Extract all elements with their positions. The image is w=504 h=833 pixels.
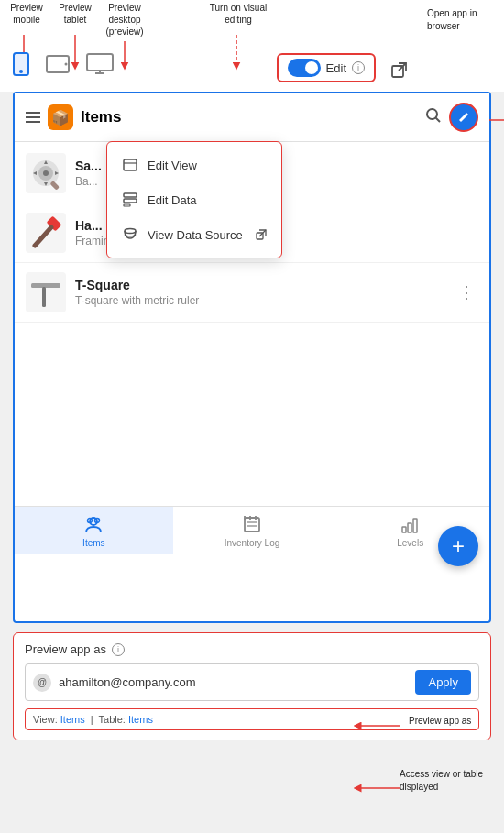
- preview-app-as-info-icon[interactable]: i: [112, 643, 125, 656]
- preview-tablet-annotation: Preview tablet: [55, 2, 95, 26]
- tsquare-more-btn[interactable]: ⋮: [455, 279, 478, 306]
- svg-line-30: [35, 227, 51, 246]
- edit-view-label: Edit View: [148, 159, 197, 172]
- svg-rect-44: [413, 519, 417, 532]
- preview-tablet-btn[interactable]: [46, 55, 70, 76]
- svg-rect-21: [124, 204, 130, 206]
- app-icon: 📦: [48, 104, 73, 130]
- nav-levels-label: Levels: [397, 538, 423, 548]
- tsquare-image: [26, 272, 66, 312]
- preview-mobile-btn[interactable]: [13, 52, 29, 79]
- tsquare-name: T-Square: [75, 278, 445, 292]
- edit-view-icon: [122, 157, 138, 173]
- svg-rect-36: [245, 518, 259, 532]
- svg-rect-43: [408, 523, 411, 532]
- preview-app-as-right-annotation: Preview app as: [409, 715, 500, 728]
- edit-data-label: Edit Data: [148, 193, 196, 207]
- open-browser-annotation: Open app in browser: [427, 7, 500, 33]
- edit-label: Edit: [326, 61, 346, 75]
- svg-point-5: [19, 70, 23, 73]
- saw-image: [26, 153, 66, 193]
- svg-rect-19: [124, 193, 137, 197]
- nav-inventory-icon: [242, 514, 262, 534]
- view-label: View:: [33, 714, 60, 725]
- view-value[interactable]: Items: [60, 714, 85, 725]
- context-menu: Edit View Edit Data: [106, 141, 282, 258]
- app-title: Items: [81, 108, 418, 126]
- nav-inventory-label: Inventory Log: [225, 538, 280, 548]
- preview-desktop-annotation: Preview desktop (preview): [101, 2, 148, 38]
- separator: |: [88, 714, 99, 725]
- svg-line-12: [399, 63, 406, 71]
- preview-app-as-label: Preview app as: [25, 642, 106, 656]
- turn-on-visual-editing-annotation: Turn on visual editing: [202, 2, 275, 26]
- preview-desktop-btn[interactable]: [86, 53, 114, 78]
- open-browser-btn[interactable]: [387, 57, 412, 82]
- preview-mobile-annotation: Preview mobile: [4, 2, 49, 26]
- svg-point-13: [427, 109, 437, 119]
- svg-point-22: [125, 229, 136, 234]
- edit-component-btn[interactable]: [449, 103, 478, 132]
- edit-info-icon[interactable]: i: [352, 61, 365, 74]
- app-frame: 📦 Items Edit component: [13, 92, 491, 623]
- table-label: Table:: [99, 714, 128, 725]
- apply-btn[interactable]: Apply: [415, 670, 471, 695]
- nav-items-icon: [83, 514, 104, 534]
- tsquare-desc: T-square with metric ruler: [75, 294, 445, 307]
- svg-point-7: [65, 63, 68, 66]
- view-data-source-label: View Data Source: [148, 228, 243, 242]
- nav-items-label: Items: [82, 538, 104, 548]
- svg-point-27: [43, 170, 49, 176]
- edit-data-menu-item[interactable]: Edit Data: [107, 182, 281, 217]
- edit-data-icon: [122, 192, 138, 208]
- visual-editing-toggle[interactable]: [288, 59, 321, 77]
- search-btn[interactable]: [425, 107, 442, 127]
- edit-view-menu-item[interactable]: Edit View: [107, 148, 281, 182]
- hammer-image: [26, 213, 66, 253]
- list-item-tsquare[interactable]: T-Square T-square with metric ruler ⋮: [15, 263, 489, 323]
- svg-line-14: [436, 118, 441, 123]
- tsquare-details: T-Square T-square with metric ruler: [75, 278, 445, 307]
- svg-rect-32: [42, 287, 46, 307]
- email-avatar: @: [33, 674, 51, 692]
- svg-rect-31: [31, 283, 60, 288]
- nav-inventory-log-tab[interactable]: Inventory Log: [173, 507, 332, 554]
- svg-rect-42: [402, 527, 406, 532]
- email-input[interactable]: [59, 675, 408, 689]
- nav-items-tab[interactable]: Items: [15, 507, 173, 554]
- access-view-table-annotation: Access view or table displayed: [400, 768, 500, 794]
- fab-btn[interactable]: +: [438, 526, 478, 566]
- nav-levels-icon: [400, 514, 421, 534]
- app-header: 📦 Items: [15, 93, 489, 142]
- view-data-source-menu-item[interactable]: View Data Source: [107, 217, 281, 252]
- svg-rect-20: [124, 199, 137, 203]
- view-data-source-icon: [122, 226, 138, 243]
- table-value[interactable]: Items: [128, 714, 153, 725]
- hamburger-menu[interactable]: [26, 112, 40, 123]
- fab-icon: +: [452, 535, 465, 557]
- bottom-nav: Items Inventory Log: [15, 506, 489, 554]
- svg-rect-17: [124, 159, 137, 170]
- svg-rect-8: [87, 54, 113, 71]
